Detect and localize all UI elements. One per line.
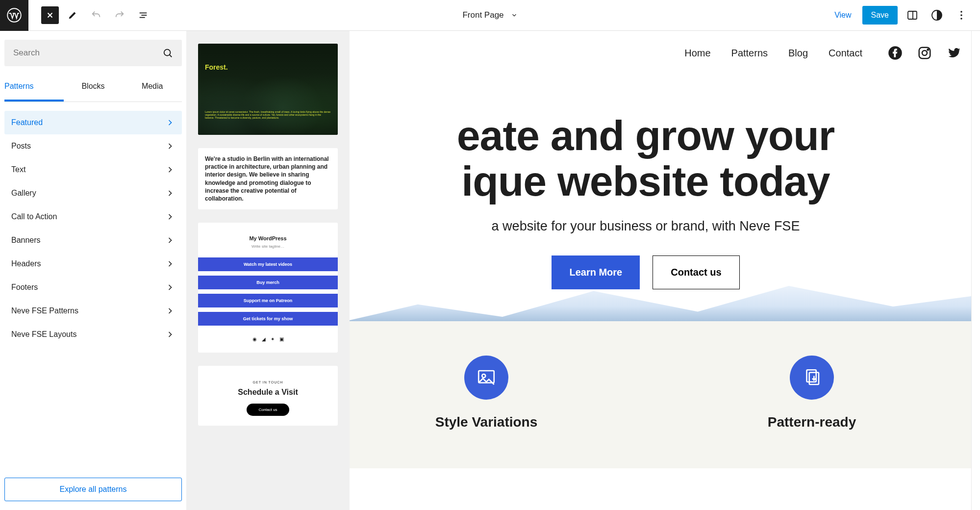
search-icon bbox=[162, 48, 173, 58]
svg-point-12 bbox=[164, 50, 171, 56]
inserter-panel: Patterns Blocks Media Featured Posts Tex… bbox=[0, 31, 186, 510]
svg-point-9 bbox=[960, 11, 962, 13]
close-inserter-button[interactable] bbox=[41, 6, 59, 24]
social-icons-row: ◉ ◢ ✦ ▣ bbox=[198, 336, 338, 342]
wordpress-logo[interactable] bbox=[0, 0, 28, 31]
instagram-icon: ◉ bbox=[252, 336, 257, 342]
category-banners[interactable]: Banners bbox=[4, 229, 182, 252]
hero-heading[interactable]: eate and grow yourique website today bbox=[350, 113, 971, 204]
site-nav: Home Patterns Blog Contact bbox=[684, 46, 961, 60]
options-menu-button[interactable] bbox=[952, 5, 971, 25]
chevron-right-icon bbox=[165, 212, 175, 222]
pattern-card-schedule-visit[interactable]: GET IN TOUCH Schedule a Visit Contact us bbox=[198, 366, 338, 426]
redo-button[interactable] bbox=[110, 5, 129, 25]
svg-point-10 bbox=[960, 14, 962, 16]
instagram-icon[interactable] bbox=[917, 46, 932, 60]
facebook-icon[interactable] bbox=[888, 46, 903, 60]
chevron-right-icon bbox=[165, 282, 175, 292]
svg-point-17 bbox=[928, 49, 929, 51]
right-gutter bbox=[972, 31, 980, 510]
download-files-icon bbox=[790, 356, 834, 400]
tab-blocks[interactable]: Blocks bbox=[64, 75, 123, 102]
explore-all-patterns-button[interactable]: Explore all patterns bbox=[4, 478, 182, 501]
category-list: Featured Posts Text Gallery Call to Acti… bbox=[4, 111, 182, 346]
nav-contact[interactable]: Contact bbox=[829, 48, 862, 59]
pattern-card-linktree[interactable]: My WordPress Write site tagline… Watch m… bbox=[198, 223, 338, 353]
chevron-right-icon bbox=[165, 259, 175, 269]
chevron-right-icon bbox=[165, 118, 175, 128]
pattern-card-studio-text[interactable]: We're a studio in Berlin with an interna… bbox=[198, 148, 338, 209]
edit-tool-button[interactable] bbox=[63, 5, 82, 25]
category-footers[interactable]: Footers bbox=[4, 276, 182, 299]
svg-point-16 bbox=[922, 51, 927, 55]
category-call-to-action[interactable]: Call to Action bbox=[4, 205, 182, 229]
feature-pattern-ready[interactable]: Pattern-ready bbox=[768, 356, 856, 468]
twitch-icon: ▣ bbox=[279, 336, 284, 342]
svg-point-11 bbox=[960, 18, 962, 20]
category-neve-fse-layouts[interactable]: Neve FSE Layouts bbox=[4, 323, 182, 346]
hero-outline-button[interactable]: Contact us bbox=[653, 255, 739, 289]
chevron-right-icon bbox=[165, 306, 175, 316]
tab-patterns[interactable]: Patterns bbox=[4, 75, 64, 102]
chevron-down-icon bbox=[511, 12, 518, 19]
pattern-previews: Forest. Lorem ipsum dolor sit amet conse… bbox=[186, 31, 350, 510]
category-neve-fse-patterns[interactable]: Neve FSE Patterns bbox=[4, 299, 182, 323]
forest-image bbox=[198, 44, 338, 135]
svg-rect-6 bbox=[908, 11, 917, 19]
feature-style-variations[interactable]: Style Variations bbox=[435, 356, 538, 468]
category-featured[interactable]: Featured bbox=[4, 111, 182, 134]
chevron-right-icon bbox=[165, 235, 175, 245]
editor-topbar: Front Page View Save bbox=[0, 0, 980, 31]
twitter-icon[interactable] bbox=[947, 46, 961, 60]
twitter-icon: ✦ bbox=[271, 336, 275, 342]
image-icon bbox=[464, 356, 508, 400]
pattern-card-forest[interactable]: Forest. Lorem ipsum dolor sit amet conse… bbox=[198, 44, 338, 135]
view-link[interactable]: View bbox=[829, 7, 857, 24]
category-gallery[interactable]: Gallery bbox=[4, 181, 182, 205]
chevron-right-icon bbox=[165, 165, 175, 175]
document-overview-button[interactable] bbox=[133, 5, 153, 25]
category-headers[interactable]: Headers bbox=[4, 252, 182, 276]
chevron-right-icon bbox=[165, 188, 175, 198]
editor-canvas[interactable]: Home Patterns Blog Contact eate and grow… bbox=[350, 31, 972, 510]
nav-blog[interactable]: Blog bbox=[788, 48, 808, 59]
inserter-tabs: Patterns Blocks Media bbox=[4, 75, 182, 102]
undo-button[interactable] bbox=[86, 5, 106, 25]
styles-button[interactable] bbox=[927, 5, 947, 25]
svg-line-13 bbox=[170, 55, 172, 57]
page-title-selector[interactable]: Front Page bbox=[462, 10, 517, 20]
search-input[interactable] bbox=[13, 48, 162, 58]
hero-subheading[interactable]: a website for your business or brand, wi… bbox=[350, 219, 971, 234]
hero-primary-button[interactable]: Learn More bbox=[552, 255, 640, 289]
category-text[interactable]: Text bbox=[4, 158, 182, 181]
bandcamp-icon: ◢ bbox=[262, 336, 266, 342]
chevron-right-icon bbox=[165, 141, 175, 151]
nav-home[interactable]: Home bbox=[684, 48, 710, 59]
features-section: Style Variations Pattern-ready bbox=[350, 321, 971, 468]
sidebar-toggle-button[interactable] bbox=[903, 5, 922, 25]
save-button[interactable]: Save bbox=[862, 6, 898, 25]
category-posts[interactable]: Posts bbox=[4, 134, 182, 158]
nav-patterns[interactable]: Patterns bbox=[731, 48, 768, 59]
search-box[interactable] bbox=[4, 40, 182, 66]
svg-point-0 bbox=[7, 8, 21, 22]
page-title-label: Front Page bbox=[462, 10, 503, 20]
chevron-right-icon bbox=[165, 330, 175, 339]
tab-media[interactable]: Media bbox=[123, 75, 182, 102]
svg-point-19 bbox=[482, 374, 485, 378]
